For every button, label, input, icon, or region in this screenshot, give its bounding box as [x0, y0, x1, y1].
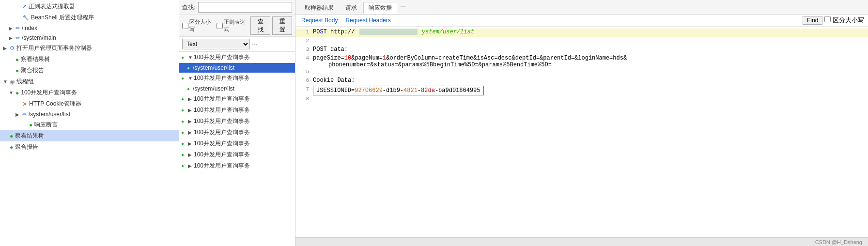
- param-value: 10: [344, 55, 351, 62]
- code-line-6: 6 Cookie Data:: [295, 77, 868, 86]
- case-sensitive-checkbox[interactable]: [182, 23, 188, 29]
- mid-tree-label: 100并发用户查询事务: [194, 106, 250, 114]
- code-continuation: phonenumber=&status=&params%5BbeginTime%…: [313, 62, 552, 68]
- dot-icon: ●: [181, 108, 187, 113]
- arrow-icon: ▶: [188, 108, 194, 113]
- search-input[interactable]: [198, 2, 292, 13]
- tree-item-beanshell[interactable]: 🔧 BeanShell 后置处理程序: [0, 12, 179, 23]
- tree-item-system-user-list-main[interactable]: ▶ ✏ /system/user/list: [0, 109, 179, 119]
- reset-button[interactable]: 重置: [272, 16, 292, 35]
- mid-tree-concurrent-8[interactable]: ● ▶ 100并发用户查询事务: [179, 149, 295, 160]
- search-label: 查找:: [182, 3, 195, 12]
- tree-item-summary-report[interactable]: ● 聚合报告: [0, 65, 179, 76]
- mid-tree-concurrent-9[interactable]: ● ▶ 100并发用户查询事务: [179, 160, 295, 171]
- dot-icon: ●: [181, 163, 187, 169]
- subtab-request-headers[interactable]: Request Headers: [343, 16, 392, 24]
- case-sensitive-label: 区分大小写: [182, 18, 215, 33]
- session-part3: 82da: [421, 87, 435, 94]
- right-panel: 取样器结果 请求 响应数据 ··· Request Body Request H…: [295, 0, 868, 246]
- mid-tree-concurrent-1[interactable]: ● ▼ 100并发用户查询事务: [179, 52, 295, 63]
- tree-item-http-cookie[interactable]: ✕ HTTP Cookie管理器: [0, 98, 179, 109]
- tree-item-index[interactable]: ▶ ✏ /index: [0, 23, 179, 33]
- code-text: POST data:: [313, 46, 866, 53]
- tree-item-view-tree[interactable]: ● 察看结果树: [0, 54, 179, 65]
- arrow-icon: ▶: [16, 112, 22, 117]
- regex-checkbox[interactable]: [217, 23, 223, 29]
- find-button[interactable]: Find: [803, 16, 822, 25]
- code-text: pageSize=10&pageNum=1&orderByColumn=crea…: [313, 55, 866, 68]
- mid-tree-label: 100并发用户查询事务: [194, 117, 250, 125]
- dot-icon: ●: [181, 119, 187, 124]
- code-line-5: 5: [295, 68, 868, 77]
- tree-item-summary-report2[interactable]: ● 聚合报告: [0, 141, 179, 153]
- find-case-checkbox[interactable]: [824, 16, 831, 22]
- arrow-icon: ▶: [9, 35, 16, 41]
- right-subtabs-bar: Request Body Request Headers Find 区分大小写: [295, 15, 868, 27]
- tree-item-label: HTTP Cookie管理器: [29, 100, 81, 108]
- mid-tree-user-list-selected[interactable]: ● /system/user/list: [179, 63, 295, 73]
- thread-icon: ◉: [10, 78, 15, 85]
- dot-icon: ●: [187, 86, 193, 92]
- tree-item-open-user-mgr[interactable]: ▶ ⚙ 打开用户管理页面事务控制器: [0, 43, 179, 54]
- line-number: 8: [297, 95, 309, 102]
- tree-item-thread-group[interactable]: ▼ ◉ 线程组: [0, 76, 179, 87]
- tree-item-label: 正则表达式提取器: [29, 2, 75, 11]
- dot-icon: ●: [181, 141, 187, 146]
- search-bar: 查找:: [179, 0, 295, 15]
- mid-tree-concurrent-2[interactable]: ● ▼ 100并发用户查询事务: [179, 73, 295, 84]
- left-tree-panel[interactable]: ↗ 正则表达式提取器 🔧 BeanShell 后置处理程序 ▶ ✏ /index…: [0, 0, 179, 246]
- subtab-request-body[interactable]: Request Body: [299, 16, 340, 24]
- url-prefix: http://: [330, 29, 355, 35]
- code-text: JSESSIONID=92706629-d1b9-4821-82da-ba9d0…: [313, 86, 866, 95]
- code-line-4: 4 pageSize=10&pageNum=1&orderByColumn=cr…: [295, 55, 868, 68]
- tree-item-label: BeanShell 后置处理程序: [31, 14, 94, 22]
- middle-tree[interactable]: ● ▼ 100并发用户查询事务 ● /system/user/list ● ▼ …: [179, 52, 295, 246]
- url-blurred: [359, 29, 418, 35]
- code-line-3: 3 POST data:: [295, 46, 868, 55]
- mid-tree-concurrent-6[interactable]: ● ▶ 100并发用户查询事务: [179, 127, 295, 138]
- tree-item-view-tree2[interactable]: ● 察看结果树: [0, 130, 179, 141]
- mid-tree-user-list-2[interactable]: ● /system/user/list: [179, 84, 295, 93]
- mid-tree-concurrent-5[interactable]: ● ▶ 100并发用户查询事务: [179, 116, 295, 127]
- tab-sampler-result[interactable]: 取样器结果: [299, 2, 339, 14]
- mid-tree-label: 100并发用户查询事务: [194, 162, 250, 170]
- mid-tree-label: /system/user/list: [193, 85, 234, 92]
- line-number: 5: [297, 68, 309, 75]
- line-number: 6: [297, 77, 309, 83]
- dot-icon: ●: [181, 55, 187, 60]
- line-number: 3: [297, 46, 309, 52]
- arrow-icon: ▼: [9, 90, 16, 95]
- bean-icon: 🔧: [22, 15, 29, 21]
- arrow-icon: ▶: [188, 130, 194, 135]
- tree-item-system-main[interactable]: ▶ ✏ /system/main: [0, 33, 179, 43]
- tab-request[interactable]: 请求: [340, 2, 362, 14]
- tree-item-label: 聚合报告: [15, 143, 38, 151]
- mid-tree-concurrent-4[interactable]: ● ▶ 100并发用户查询事务: [179, 105, 295, 116]
- line-number: 1: [297, 29, 309, 35]
- tree-item-label: 打开用户管理页面事务控制器: [16, 44, 92, 52]
- mid-tree-concurrent-3[interactable]: ● ▶ 100并发用户查询事务: [179, 93, 295, 105]
- mid-tree-label: 100并发用户查询事务: [194, 95, 250, 103]
- arrow-icon: ▶: [9, 26, 16, 31]
- line-number: 7: [297, 86, 309, 92]
- arrow-icon: ▼: [188, 55, 194, 60]
- format-dropdown[interactable]: Text HTML JSON XML: [182, 39, 250, 49]
- mid-tree-concurrent-7[interactable]: ● ▶ 100并发用户查询事务: [179, 138, 295, 149]
- mid-tree-label: /system/user/list: [193, 64, 234, 71]
- controller-icon: ⚙: [10, 45, 15, 51]
- slash-icon: ✏: [22, 111, 27, 118]
- arrow-icon: ▶: [188, 96, 194, 102]
- tree-item-resp-assert[interactable]: ● 响应断言: [0, 119, 179, 130]
- dot-icon: ●: [181, 152, 187, 157]
- url-path: ystem/user/list: [422, 29, 474, 35]
- arrow-icon: ▼: [3, 79, 10, 84]
- regex-text: 正则表达式: [224, 18, 249, 33]
- divider-dots: ···: [250, 40, 260, 48]
- dropdown-row: Text HTML JSON XML ···: [179, 37, 295, 52]
- tab-response-data[interactable]: 响应数据: [363, 2, 397, 14]
- find-button[interactable]: 查找: [250, 16, 270, 35]
- cookie-icon: ✕: [22, 101, 27, 108]
- tree-item-concurrent-query[interactable]: ▼ ● 100并发用户查询事务: [0, 87, 179, 98]
- arrow-icon: ▶: [188, 152, 194, 157]
- tree-item-regex-extractor[interactable]: ↗ 正则表达式提取器: [0, 1, 179, 12]
